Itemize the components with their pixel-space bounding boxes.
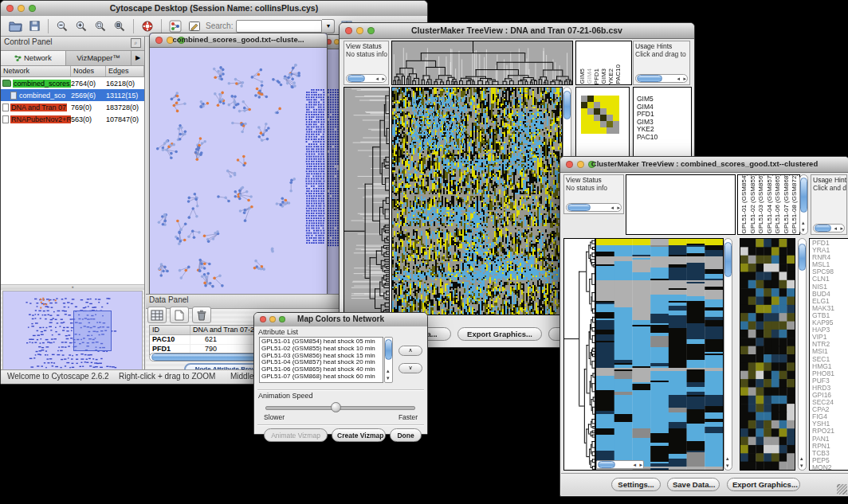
column-label[interactable]: GIM5 <box>579 68 586 84</box>
search-input[interactable] <box>236 20 322 33</box>
scroll-down-icon[interactable]: ▾ <box>726 463 729 470</box>
column-dendrogram-canvas[interactable] <box>391 41 573 85</box>
open-session-button[interactable] <box>6 18 24 34</box>
attribute-list[interactable]: GPL51-01 (GSM854) heat shock 05 minGPL51… <box>259 337 383 383</box>
network-list-row[interactable]: combined_sco 2569(6) 13112(15) <box>1 89 144 101</box>
column-label[interactable]: GPL51-01 (GSM854) <box>740 174 749 234</box>
column-label[interactable]: GIM3 <box>600 68 607 84</box>
matrix-cell[interactable] <box>594 102 600 108</box>
scroll-left-icon[interactable]: ◂ <box>834 225 837 232</box>
matrix-cell[interactable] <box>594 108 600 115</box>
usage-hints-hscrollbar[interactable]: ◂▸ <box>813 224 845 232</box>
matrix-cell[interactable] <box>581 127 587 134</box>
heatmap-canvas[interactable] <box>595 238 724 471</box>
matrix-cell[interactable] <box>600 127 607 134</box>
heatmap-hscrollbar[interactable]: ◂▸ <box>596 460 644 469</box>
column-label[interactable]: GPL51-03 (GSM856) <box>757 174 766 234</box>
scroll-right-icon[interactable]: ▸ <box>840 225 843 232</box>
scroll-up-icon[interactable]: ▴ <box>387 368 390 375</box>
matrix-cell[interactable] <box>613 121 619 127</box>
matrix-cell[interactable] <box>607 108 613 115</box>
scroll-right-icon[interactable]: ▸ <box>639 462 642 469</box>
summary-heatmap-canvas[interactable] <box>740 238 795 471</box>
matrix-cell[interactable] <box>581 96 587 102</box>
matrix-cell[interactable] <box>587 121 594 127</box>
matrix-cell[interactable] <box>587 108 594 115</box>
matrix-cell[interactable] <box>607 121 613 127</box>
column-dendrogram-panel[interactable] <box>626 174 736 235</box>
column-label[interactable]: GPL51-08 (GSM872) <box>791 174 799 234</box>
tv2-titlebar[interactable]: ClusterMaker TreeView : combined_scores_… <box>560 157 848 173</box>
matrix-cell[interactable] <box>613 102 619 108</box>
zoom-selected-button[interactable] <box>111 18 128 34</box>
dialog-titlebar[interactable]: Map Colors to Network <box>254 313 427 327</box>
matrix-cell[interactable] <box>600 108 607 115</box>
matrix-cell[interactable] <box>594 115 600 121</box>
matrix-cell[interactable] <box>587 127 594 134</box>
scroll-up-icon[interactable]: ▴ <box>800 455 803 463</box>
main-titlebar[interactable]: Cytoscape Desktop (Session Name: collins… <box>1 1 427 17</box>
zoom-fit-button[interactable] <box>92 18 109 34</box>
matrix-cell[interactable] <box>613 96 619 102</box>
close-icon[interactable] <box>260 316 266 322</box>
scroll-right-icon[interactable]: ▸ <box>617 205 620 212</box>
move-down-button[interactable]: ∨ <box>398 363 422 373</box>
matrix-cell[interactable] <box>600 102 607 108</box>
view-status-hscrollbar[interactable]: ◂▸ <box>566 203 622 212</box>
gene-label[interactable]: MON2 <box>812 464 848 471</box>
matrix-cell[interactable] <box>594 96 600 102</box>
column-label[interactable]: GPL51-02 (GSM855) <box>749 174 758 234</box>
column-header-network[interactable]: Network <box>1 66 71 76</box>
close-icon[interactable] <box>155 37 163 44</box>
matrix-cell[interactable] <box>581 108 587 115</box>
birds-eye-viewport-rect[interactable] <box>73 311 112 351</box>
delete-attribute-button[interactable] <box>192 307 211 323</box>
close-icon[interactable] <box>6 5 14 12</box>
column-labels-vscrollbar[interactable]: ▴▾ <box>799 174 808 235</box>
scroll-right-icon[interactable]: ▸ <box>382 76 385 83</box>
network-view-frame[interactable]: combined_scores_good.txt--cluste... <box>149 33 328 295</box>
matrix-cell[interactable] <box>613 127 619 134</box>
scroll-left-icon[interactable]: ◂ <box>633 462 636 469</box>
matrix-cell[interactable] <box>607 115 613 121</box>
column-label[interactable]: GPL51-07 (GSM868) <box>783 174 791 234</box>
annotation-button[interactable] <box>186 18 203 34</box>
scroll-up-icon[interactable]: ▴ <box>802 220 805 227</box>
slider-thumb[interactable] <box>331 402 341 412</box>
correlation-matrix[interactable] <box>581 96 629 134</box>
usage-hints-hscrollbar[interactable]: ◂▸ <box>635 74 688 83</box>
search-dropdown-button[interactable]: ▾ <box>322 19 335 33</box>
scroll-up-icon[interactable]: ▴ <box>726 455 729 463</box>
matrix-cell[interactable] <box>587 115 594 121</box>
matrix-cell[interactable] <box>607 127 613 134</box>
matrix-cell[interactable] <box>607 102 613 108</box>
scroll-right-icon[interactable]: ▸ <box>683 76 686 83</box>
column-header-id[interactable]: ID <box>150 326 190 334</box>
scrollbar-thumb[interactable] <box>563 91 571 119</box>
zoom-out-button[interactable] <box>53 18 71 34</box>
network-list-row[interactable]: DNA and Tran 07 769(0) 183728(0) <box>1 101 144 113</box>
scrollbar-thumb[interactable] <box>637 75 662 82</box>
matrix-cell[interactable] <box>587 96 594 102</box>
panel-divider[interactable]: ● <box>1 285 144 290</box>
tab-overflow-button[interactable]: ▶ <box>132 51 144 65</box>
matrix-cell[interactable] <box>581 115 587 121</box>
scrollbar-thumb[interactable] <box>800 178 807 213</box>
matrix-cell[interactable] <box>600 121 607 127</box>
matrix-cell[interactable] <box>594 121 600 127</box>
scrollbar-thumb[interactable] <box>567 204 591 211</box>
scrollbar-thumb[interactable] <box>724 242 732 277</box>
network-canvas[interactable] <box>150 48 325 293</box>
scrollbar-thumb[interactable] <box>347 75 365 82</box>
attribute-item[interactable]: GPL51-07 (GSM868) heat shock 60 min <box>261 373 381 381</box>
create-attribute-button[interactable] <box>170 307 189 323</box>
birds-eye-canvas[interactable] <box>3 291 140 371</box>
tab-network[interactable]: Network <box>1 51 66 65</box>
scrollbar-thumb[interactable] <box>799 244 806 271</box>
frame-titlebar[interactable]: combined_scores_good.txt--cluste... <box>150 33 327 48</box>
row-dendrogram-canvas[interactable] <box>563 238 595 471</box>
view-status-hscrollbar[interactable]: ◂▸ <box>346 74 387 83</box>
gene-label[interactable]: PAC10 <box>637 134 691 142</box>
scroll-left-icon[interactable]: ◂ <box>677 76 680 83</box>
close-icon[interactable] <box>566 161 573 168</box>
